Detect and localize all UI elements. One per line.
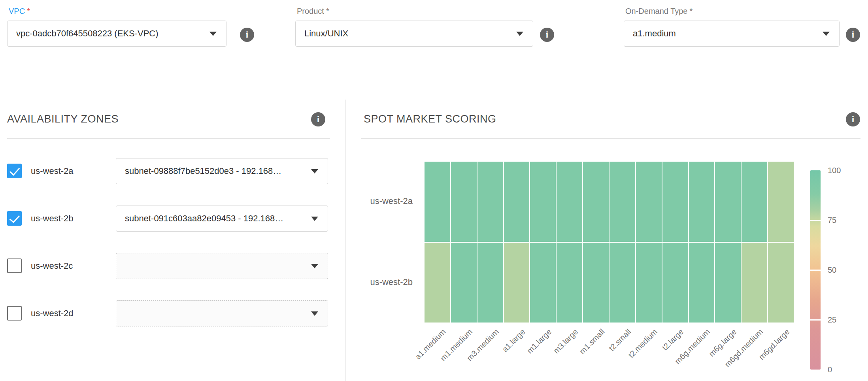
spot-market-scoring-title: SPOT MARKET SCORING [364,113,496,125]
required-asterisk: * [690,7,693,15]
heatmap-cell[interactable] [742,162,767,242]
spot-market-scoring-divider [361,138,860,139]
az-zone-label: us-west-2a [31,158,74,184]
required-asterisk: * [326,7,329,15]
availability-zones-title: AVAILABILITY ZONES [7,113,119,125]
spot-instance-config-page: VPC* vpc-0adcb70f645508223 (EKS-VPC) Pro… [0,0,868,381]
colorbar-tick-label: 100 [828,166,841,175]
heatmap-cell[interactable] [583,162,609,242]
colorbar-segment-gap [810,270,821,271]
subnet-select[interactable] [116,253,328,279]
chevron-down-icon [311,264,318,268]
colorbar-segment-gap [810,220,821,221]
colorbar-tick-label: 75 [828,215,836,225]
heatmap-cell[interactable] [636,243,662,323]
heatmap-cell[interactable] [768,162,794,242]
subnet-select-value: subnet-091c603aa82e09453 - 192.168… [125,206,302,231]
y-axis-label: us-west-2a [340,196,413,206]
subnet-select[interactable] [116,300,328,326]
az-row-us-west-2b: us-west-2b subnet-091c603aa82e09453 - 19… [0,206,340,232]
heatmap-cell[interactable] [609,243,635,323]
vpc-label: VPC* [7,6,226,17]
chevron-down-icon [823,32,830,36]
product-info-icon[interactable] [540,28,554,42]
heatmap-cell[interactable] [504,162,530,242]
heatmap-cell[interactable] [504,243,530,323]
colorbar-segment-gap [810,319,821,321]
heatmap-cell[interactable] [557,162,582,242]
heatmap-cell[interactable] [636,162,662,242]
az-row-us-west-2c: us-west-2c [0,253,340,279]
vpc-select[interactable]: vpc-0adcb70f645508223 (EKS-VPC) [7,21,226,47]
heatmap-cell[interactable] [425,243,450,323]
chevron-down-icon [311,311,318,316]
az-checkbox[interactable] [7,306,22,321]
heatmap-cell[interactable] [742,243,767,323]
section-vertical-divider [345,100,346,381]
colorbar-tick-label: 50 [828,265,836,275]
product-label: Product* [295,6,533,17]
az-row-us-west-2a: us-west-2a subnet-09888f7be5152d0e3 - 19… [0,158,340,184]
heatmap-cell[interactable] [477,243,503,323]
colorbar-tick-label: 25 [828,315,836,324]
az-row-us-west-2d: us-west-2d [0,300,340,326]
on-demand-type-info-icon[interactable] [846,28,860,42]
subnet-select-value [125,253,302,279]
az-checkbox[interactable] [7,164,22,178]
heatmap-cell[interactable] [425,162,450,242]
colorbar-tick-label: 0 [828,365,832,374]
vpc-info-icon[interactable] [240,28,254,42]
subnet-select-value: subnet-09888f7be5152d0e3 - 192.168… [125,158,302,184]
heatmap-cell[interactable] [662,243,688,323]
on-demand-type-label: On-Demand Type* [624,6,840,17]
heatmap-cell[interactable] [477,162,503,242]
heatmap-cell[interactable] [451,243,477,323]
product-select-value: Linux/UNIX [304,21,508,46]
subnet-select-value [125,301,302,326]
availability-zones-divider [7,138,330,139]
heatmap-cell[interactable] [451,162,477,242]
product-field: Product* Linux/UNIX [295,6,533,47]
spot-market-scoring-info-icon[interactable] [846,112,860,126]
heatmap-cell[interactable] [557,243,582,323]
az-zone-label: us-west-2c [31,253,73,279]
subnet-select[interactable]: subnet-09888f7be5152d0e3 - 192.168… [116,158,328,184]
heatmap-cell[interactable] [715,162,741,242]
product-select[interactable]: Linux/UNIX [295,21,533,47]
on-demand-type-select[interactable]: a1.medium [624,21,840,47]
heatmap-cell[interactable] [662,162,688,242]
chevron-down-icon [311,169,318,174]
heatmap-cell[interactable] [768,243,794,323]
availability-zones-info-icon[interactable] [311,112,325,126]
product-label-text: Product [297,7,324,15]
y-axis-label: us-west-2b [340,277,413,287]
az-checkbox[interactable] [7,258,22,273]
on-demand-type-label-text: On-Demand Type [625,7,688,15]
az-zone-label: us-west-2b [31,206,74,232]
vpc-field: VPC* vpc-0adcb70f645508223 (EKS-VPC) [7,6,226,47]
chevron-down-icon [209,32,217,36]
az-zone-label: us-west-2d [31,300,74,326]
heatmap-cell[interactable] [715,243,741,323]
vpc-select-value: vpc-0adcb70f645508223 (EKS-VPC) [16,21,201,46]
chevron-down-icon [311,217,318,221]
heatmap-cell[interactable] [689,162,715,242]
subnet-select[interactable]: subnet-091c603aa82e09453 - 192.168… [116,206,328,232]
vpc-label-text: VPC [9,7,25,15]
heatmap-cell[interactable] [609,162,635,242]
on-demand-type-field: On-Demand Type* a1.medium [624,6,840,47]
on-demand-type-select-value: a1.medium [633,21,814,46]
heatmap-cell[interactable] [583,243,609,323]
spot-score-heatmap [425,162,794,323]
heatmap-cell[interactable] [689,243,715,323]
az-checkbox[interactable] [7,211,22,226]
chevron-down-icon [516,32,523,36]
required-asterisk: * [27,7,30,15]
heatmap-cell[interactable] [530,162,556,242]
heatmap-cell[interactable] [530,243,556,323]
